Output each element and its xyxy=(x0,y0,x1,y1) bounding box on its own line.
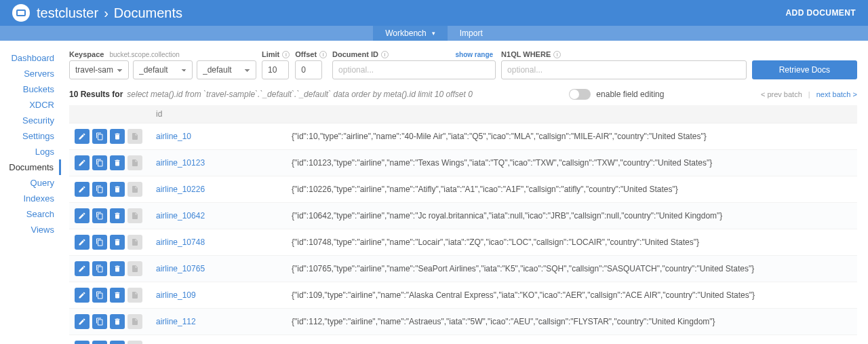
tab-import-label: Import xyxy=(460,28,483,38)
copy-icon[interactable] xyxy=(92,182,107,197)
delete-icon[interactable] xyxy=(110,208,125,223)
tab-workbench[interactable]: Workbench ▾ xyxy=(373,26,447,41)
sidebar-item-settings[interactable]: Settings xyxy=(0,128,54,144)
doc-json: {"id":109,"type":"airline","name":"Alask… xyxy=(292,290,780,300)
n1ql-input[interactable] xyxy=(501,60,747,79)
doc-id-link[interactable]: airline_10765 xyxy=(156,264,205,273)
table-row: airline_10123{"id":10123,"type":"airline… xyxy=(69,150,857,176)
field-edit-toggle[interactable]: enable field editing xyxy=(569,89,664,100)
topbar: testcluster › Documents ADD DOCUMENT xyxy=(0,0,868,26)
sidebar-item-search[interactable]: Search xyxy=(0,206,54,222)
delete-icon[interactable] xyxy=(110,235,125,250)
sidebar: Dashboard Servers Buckets XDCR Security … xyxy=(0,41,61,344)
doc-json: {"id":10642,"type":"airline","name":"Jc … xyxy=(292,211,780,221)
delete-icon[interactable] xyxy=(110,288,125,303)
doc-disabled-icon xyxy=(127,208,142,223)
keyspace-label: Keyspace bucket.scope.collection xyxy=(69,50,256,58)
edit-icon[interactable] xyxy=(75,288,90,303)
copy-icon[interactable] xyxy=(92,129,107,144)
sidebar-item-buckets[interactable]: Buckets xyxy=(0,81,54,97)
info-icon: i xyxy=(381,51,389,58)
edit-icon[interactable] xyxy=(75,341,90,344)
doc-id-link[interactable]: airline_10642 xyxy=(156,211,205,221)
edit-icon[interactable] xyxy=(75,314,90,329)
keyspace-label-text: Keyspace xyxy=(69,50,104,58)
docid-input[interactable] xyxy=(332,60,496,79)
copy-icon[interactable] xyxy=(92,261,107,276)
doc-id-link[interactable]: airline_109 xyxy=(156,290,196,300)
sidebar-item-views[interactable]: Views xyxy=(0,222,54,237)
sidebar-item-security[interactable]: Security xyxy=(0,113,54,128)
sidebar-item-query[interactable]: Query xyxy=(0,175,54,191)
copy-icon[interactable] xyxy=(92,208,107,223)
retrieve-button[interactable]: Retrieve Docs xyxy=(752,60,857,79)
edit-icon[interactable] xyxy=(75,155,90,170)
delete-icon[interactable] xyxy=(110,155,125,170)
delete-icon[interactable] xyxy=(110,129,125,144)
sidebar-item-indexes[interactable]: Indexes xyxy=(0,191,54,206)
table-row: airline_10765{"id":10765,"type":"airline… xyxy=(69,256,857,282)
copy-icon[interactable] xyxy=(92,235,107,250)
logo-icon xyxy=(12,4,30,22)
subnav: Workbench ▾ Import xyxy=(0,26,868,41)
delete-icon[interactable] xyxy=(110,182,125,197)
sidebar-item-logs[interactable]: Logs xyxy=(0,144,54,159)
edit-icon[interactable] xyxy=(75,182,90,197)
edit-icon[interactable] xyxy=(75,208,90,223)
doc-disabled-icon xyxy=(127,235,142,250)
delete-icon[interactable] xyxy=(110,341,125,344)
copy-icon[interactable] xyxy=(92,155,107,170)
tab-import[interactable]: Import xyxy=(448,26,495,41)
limit-input[interactable] xyxy=(262,60,289,79)
sidebar-item-documents[interactable]: Documents xyxy=(0,159,61,175)
doc-json: {"id":10123,"type":"airline","name":"Tex… xyxy=(292,158,780,168)
next-batch-link[interactable]: next batch > xyxy=(816,90,857,98)
n1ql-label: N1QL WHEREi xyxy=(501,50,747,58)
limit-label: Limiti xyxy=(262,50,290,58)
show-range-link[interactable]: show range xyxy=(456,51,494,58)
table-row: airline_10748{"id":10748,"type":"airline… xyxy=(69,229,857,256)
doc-json: {"id":112,"type":"airline","name":"Astra… xyxy=(292,317,780,326)
copy-icon[interactable] xyxy=(92,288,107,303)
table-row: airline_1191{"id":1191,"type":"airline",… xyxy=(69,335,857,345)
doc-id-link[interactable]: airline_10748 xyxy=(156,237,205,247)
keyspace-sublabel: bucket.scope.collection xyxy=(109,51,179,58)
sidebar-item-servers[interactable]: Servers xyxy=(0,66,54,81)
sidebar-item-dashboard[interactable]: Dashboard xyxy=(0,50,54,66)
collection-select[interactable]: _default xyxy=(197,60,256,79)
edit-icon[interactable] xyxy=(75,129,90,144)
doc-disabled-icon xyxy=(127,129,142,144)
sidebar-item-xdcr[interactable]: XDCR xyxy=(0,97,54,113)
copy-icon[interactable] xyxy=(92,341,107,344)
edit-icon[interactable] xyxy=(75,235,90,250)
doc-json: {"id":10765,"type":"airline","name":"Sea… xyxy=(292,264,780,273)
tab-workbench-label: Workbench xyxy=(385,28,426,38)
doc-id-link[interactable]: airline_10 xyxy=(156,132,191,141)
filter-bar: Keyspace bucket.scope.collection travel-… xyxy=(69,50,857,79)
table-row: airline_112{"id":112,"type":"airline","n… xyxy=(69,309,857,335)
info-icon: i xyxy=(553,51,561,58)
offset-input[interactable] xyxy=(295,60,322,79)
edit-icon[interactable] xyxy=(75,261,90,276)
breadcrumb-separator: › xyxy=(104,5,108,21)
copy-icon[interactable] xyxy=(92,314,107,329)
doc-id-link[interactable]: airline_10123 xyxy=(156,158,205,168)
column-id: id xyxy=(151,105,286,123)
doc-disabled-icon xyxy=(127,341,142,344)
doc-id-link[interactable]: airline_10226 xyxy=(156,185,205,194)
table-row: airline_10642{"id":10642,"type":"airline… xyxy=(69,203,857,229)
delete-icon[interactable] xyxy=(110,261,125,276)
table-row: airline_10{"id":10,"type":"airline","nam… xyxy=(69,123,857,150)
doc-json: {"id":10226,"type":"airline","name":"Ati… xyxy=(292,185,780,194)
doc-disabled-icon xyxy=(127,182,142,197)
doc-id-link[interactable]: airline_112 xyxy=(156,317,196,326)
toggle-switch-icon[interactable] xyxy=(569,89,591,100)
scope-select[interactable]: _default xyxy=(133,60,193,79)
add-document-button[interactable]: ADD DOCUMENT xyxy=(786,8,856,18)
delete-icon[interactable] xyxy=(110,314,125,329)
doc-json: {"id":10748,"type":"airline","name":"Loc… xyxy=(292,237,780,247)
doc-json: {"id":10,"type":"airline","name":"40-Mil… xyxy=(292,132,780,141)
bucket-select[interactable]: travel-sample xyxy=(69,60,129,79)
prev-batch-link: < prev batch xyxy=(761,90,802,98)
cluster-name[interactable]: testcluster xyxy=(37,5,98,21)
